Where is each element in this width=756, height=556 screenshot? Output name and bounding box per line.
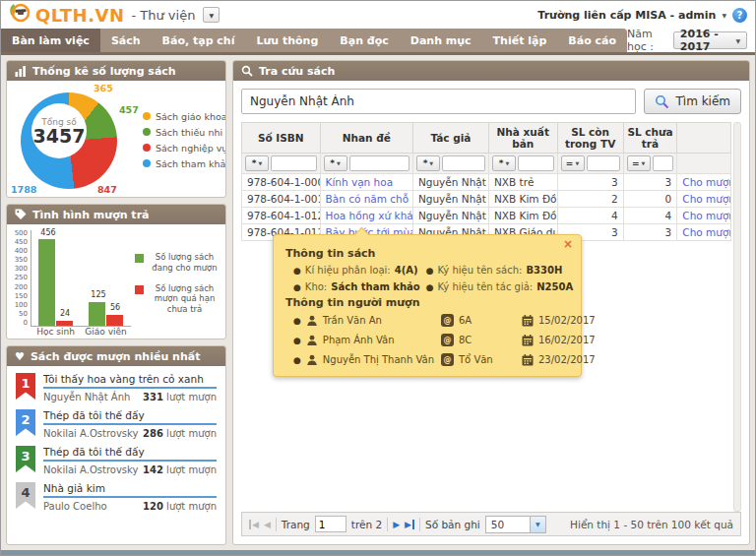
search-button[interactable]: Tìm kiếm bbox=[644, 89, 741, 114]
tooltip-borrower-list: ●Trần Văn An @6A 15/02/2017 ●Phạm Ánh Vâ… bbox=[285, 314, 569, 366]
borrower-class: 8C bbox=[459, 335, 472, 345]
filter-op-publisher[interactable]: *▼ bbox=[492, 155, 516, 171]
table-row[interactable]: 978-604-1-00069-8 Kính vạn hoa Nguyễn Nh… bbox=[242, 174, 731, 191]
legend-label: Sách nghiệp vụ bbox=[156, 143, 226, 154]
bar-chart-yaxis: 500450400350300250200150100500 bbox=[11, 230, 31, 327]
scrollbar-track[interactable] bbox=[733, 122, 741, 512]
nav-tab-thiet-lap[interactable]: Thiết lập bbox=[482, 29, 558, 52]
filter-input-in-library[interactable] bbox=[587, 155, 620, 171]
divider bbox=[419, 518, 420, 531]
filter-op-author[interactable]: *▼ bbox=[416, 155, 440, 171]
nav-tab-ban-lam-viec[interactable]: Bàn làm việc bbox=[1, 29, 100, 52]
first-page-icon[interactable]: ◀ bbox=[249, 520, 259, 529]
lend-link[interactable]: Cho mượn bbox=[682, 226, 730, 238]
lend-link[interactable]: Cho mượn bbox=[682, 210, 730, 221]
book-title: Nhà giả kim bbox=[43, 482, 217, 498]
last-page-icon[interactable]: ▶ bbox=[405, 520, 414, 529]
xlabel-hoc-sinh: Học sinh bbox=[31, 327, 81, 337]
filter-input-author[interactable] bbox=[442, 155, 485, 171]
cell-author: Nguyễn Nhật Ánh bbox=[412, 191, 488, 208]
person-icon bbox=[306, 315, 318, 327]
list-item[interactable]: 1 Tôi thấy hoa vàng trên cỏ xanh Nguyễn … bbox=[16, 373, 217, 402]
help-icon[interactable]: ? bbox=[732, 8, 747, 23]
col-not-returned[interactable]: SL chưa trả bbox=[623, 123, 677, 154]
lend-link[interactable]: Cho mượn bbox=[682, 176, 730, 188]
page-size-select[interactable]: 50 ▼ bbox=[485, 516, 546, 533]
heart-icon: ♥ bbox=[15, 351, 25, 362]
filter-input-not-returned[interactable] bbox=[653, 155, 674, 171]
filter-op-not-returned[interactable]: =▼ bbox=[627, 155, 651, 171]
field-label: Ký hiệu tên tác giả: bbox=[438, 281, 534, 292]
rank-ribbon: 4 bbox=[16, 482, 35, 509]
prev-page-icon[interactable]: ◀ bbox=[264, 520, 271, 529]
list-item[interactable]: 3 Thép đã tôi thế đấy Nokilai A.Ostrovsk… bbox=[16, 446, 217, 475]
filter-input-isbn[interactable] bbox=[271, 155, 317, 171]
bar-value-gv-green: 125 bbox=[84, 290, 113, 299]
filter-input-title[interactable] bbox=[349, 155, 410, 171]
tooltip-book-heading: Thông tin sách bbox=[285, 247, 569, 260]
borrower-name: Nguyễn Thị Thanh Vân bbox=[323, 354, 434, 365]
list-item[interactable]: 2 Thép đã tôi thế đấy Nokilai A.Ostrovsk… bbox=[16, 409, 217, 439]
book-search-title: Tra cứu sách bbox=[259, 65, 335, 78]
account-chevron-down-icon[interactable]: ▼ bbox=[722, 12, 726, 19]
account-name[interactable]: Trường liên cấp MISA - admin bbox=[537, 9, 716, 22]
next-page-icon[interactable]: ▶ bbox=[393, 520, 400, 529]
nav-tab-bao-tap-chi[interactable]: Báo, tạp chí bbox=[152, 29, 246, 52]
table-row[interactable]: 978-604-1-00123-8 Bàn có năm chỗ ngồi Ng… bbox=[242, 191, 731, 208]
account-area: Trường liên cấp MISA - admin ▼ ? bbox=[537, 8, 747, 23]
filter-input-publisher[interactable] bbox=[518, 155, 554, 171]
nav-tab-ban-doc[interactable]: Bạn đọc bbox=[329, 29, 399, 52]
filter-op-in-library[interactable]: =▼ bbox=[561, 155, 585, 171]
book-title-link[interactable]: Hoa hồng xứ khác bbox=[326, 210, 413, 221]
cell-isbn: 978-604-1-00069-8 bbox=[242, 174, 321, 191]
col-publisher[interactable]: Nhà xuất bản bbox=[488, 123, 557, 154]
nav-tab-bao-cao[interactable]: Báo cáo bbox=[557, 29, 627, 52]
field-label: Kho: bbox=[305, 281, 327, 292]
nav-row: Bàn làm việc Sách Báo, tạp chí Lưu thông… bbox=[1, 29, 755, 52]
calendar-icon bbox=[522, 354, 534, 366]
school-year-select[interactable]: 2016 - 2017 ▼ bbox=[673, 31, 747, 49]
person-icon bbox=[306, 354, 318, 366]
list-item[interactable]: 4 Nhà giả kim Paulo Coelho120 lượt mượn bbox=[16, 482, 217, 512]
col-author[interactable]: Tác giả bbox=[412, 123, 488, 154]
donut-center: Tổng số 3457 bbox=[32, 103, 87, 158]
lend-link[interactable]: Cho mượn bbox=[682, 193, 730, 205]
nav-tab-danh-muc[interactable]: Danh mục bbox=[400, 29, 482, 52]
results-summary: Hiển thị 1 - 50 trên 100 kết quả bbox=[570, 519, 733, 530]
year-label: Năm học : bbox=[627, 28, 667, 53]
module-dropdown[interactable]: ▼ bbox=[203, 7, 220, 23]
legend-item: Sách giáo khoa bbox=[143, 111, 226, 122]
close-icon[interactable]: × bbox=[563, 238, 573, 250]
field-value: N250A bbox=[536, 281, 573, 292]
calendar-icon bbox=[522, 335, 534, 346]
bar-chart-plot: 456 24 125 56 bbox=[31, 230, 131, 327]
field-label: Kí hiệu phân loại: bbox=[305, 265, 391, 276]
rank-ribbon: 1 bbox=[16, 373, 35, 400]
col-title[interactable]: Nhan đề bbox=[320, 123, 412, 154]
nav-tab-sach[interactable]: Sách bbox=[100, 29, 152, 52]
nav-tab-luu-thong[interactable]: Lưu thông bbox=[245, 29, 329, 52]
top-books-header: ♥ Sách được mượn nhiều nhất bbox=[7, 346, 225, 366]
table-row[interactable]: 978-604-1-01202-8 Hoa hồng xứ khác Nguyễ… bbox=[242, 208, 731, 224]
legend-label: Sách giáo khoa bbox=[156, 111, 226, 122]
cell-publisher: NXB Kim Đồng bbox=[488, 191, 557, 208]
table-header-row: Số ISBN Nhan đề Tác giả Nhà xuất bản SL … bbox=[242, 123, 731, 154]
tag-icon bbox=[15, 209, 27, 220]
cell-isbn: 978-604-1-00123-8 bbox=[242, 191, 321, 208]
book-title-link[interactable]: Bàn có năm chỗ ngồi bbox=[326, 193, 413, 205]
year-area: Năm học : 2016 - 2017 ▼ bbox=[627, 29, 755, 52]
legend-item: Sách nghiệp vụ bbox=[143, 143, 226, 154]
legend-item: Sách tham khảo bbox=[143, 158, 226, 169]
col-in-library[interactable]: SL còn trong TV bbox=[557, 123, 623, 154]
book-title-link[interactable]: Kính vạn hoa bbox=[326, 176, 394, 188]
col-isbn[interactable]: Số ISBN bbox=[242, 123, 321, 154]
page-number-input[interactable] bbox=[315, 516, 346, 532]
search-input[interactable] bbox=[241, 89, 636, 114]
filter-op-title[interactable]: *▼ bbox=[324, 155, 347, 171]
filter-op-isbn[interactable]: *▼ bbox=[245, 155, 269, 171]
book-author: Nokilai A.Ostrovsky bbox=[43, 428, 138, 439]
window-bottom-strip bbox=[1, 550, 755, 555]
book-author: Nokilai A.Ostrovsky bbox=[43, 464, 138, 475]
cell-isbn: 978-604-1-01202-8 bbox=[242, 208, 321, 224]
cell-not-returned: 4 bbox=[623, 208, 677, 224]
